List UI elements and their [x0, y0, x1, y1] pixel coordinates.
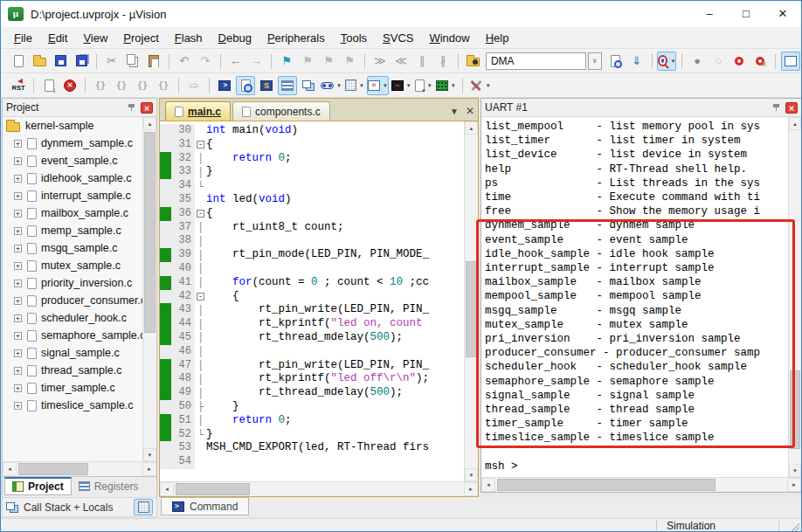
tree-item-timeslice_sample[interactable]: +timeslice_sample.c [3, 397, 156, 414]
expand-icon[interactable]: + [14, 332, 22, 340]
code-line[interactable]: 50├ } [160, 400, 464, 414]
code-line[interactable]: 49│ rt_thread_mdelay(500); [160, 386, 464, 400]
expand-icon[interactable]: + [14, 140, 22, 148]
insert-bookmark-button[interactable]: ⚑ [277, 52, 296, 71]
menu-item-file[interactable]: File [6, 29, 40, 47]
tab-registers[interactable]: Registers [72, 477, 146, 495]
expand-icon[interactable]: + [14, 175, 22, 183]
uart-vscrollbar[interactable]: ▲ ▼ [788, 117, 801, 477]
code-line[interactable]: 43│ rt_pin_write(LED_PIN, PIN_ [160, 303, 464, 317]
expand-icon[interactable]: + [14, 280, 22, 287]
clear-all-bookmarks-button[interactable]: ⚑ [340, 52, 359, 71]
run-to-cursor-button[interactable]: {} [154, 76, 173, 95]
menu-item-project[interactable]: Project [115, 29, 166, 47]
scrollbar-thumb[interactable] [466, 261, 477, 357]
insert-breakpoint-button[interactable]: ● [688, 52, 707, 71]
scroll-down-icon[interactable]: ▼ [143, 448, 156, 461]
code-line[interactable]: 36-{ [160, 207, 464, 221]
menu-item-debug[interactable]: Debug [211, 29, 259, 47]
code-line[interactable]: 53MSH_CMD_EXPORT(led, RT-Thread firs [160, 441, 464, 455]
code-line[interactable]: 51│ return 0; [160, 414, 464, 428]
memory-window-button[interactable] [134, 499, 153, 515]
scrollbar-thumb[interactable] [790, 370, 800, 449]
combo-dropdown-icon[interactable]: ∨ [588, 52, 602, 70]
cut-button[interactable]: ✂ [102, 52, 121, 71]
run-button[interactable]: ⇨ [184, 76, 204, 95]
tab-project[interactable]: Project [4, 477, 72, 495]
fold-gutter[interactable]: - [195, 138, 206, 152]
outdent-button[interactable]: ≪ [391, 52, 411, 71]
logic-analyzer-button[interactable]: ~▼ [391, 76, 412, 95]
close-button[interactable]: ✕ [764, 1, 801, 27]
find-in-files-button[interactable] [464, 52, 483, 71]
tree-item-idlehook_sample[interactable]: +idlehook_sample.c [3, 169, 156, 187]
expand-icon[interactable]: + [14, 402, 22, 410]
menu-item-window[interactable]: Window [421, 29, 477, 47]
scrollbar-thumb[interactable] [18, 463, 88, 475]
tree-item-signal_sample[interactable]: +signal_sample.c [3, 344, 156, 362]
scroll-up-icon[interactable]: ▲ [465, 121, 478, 135]
expand-icon[interactable]: + [14, 157, 22, 165]
scroll-left-icon[interactable]: ◄ [481, 478, 495, 492]
code-line[interactable]: 54 [160, 455, 464, 469]
scrollbar-thumb[interactable] [144, 132, 156, 333]
tree-item-timer_sample[interactable]: +timer_sample.c [3, 379, 156, 397]
code-line[interactable]: 34└ [160, 179, 464, 193]
code-line[interactable]: 44│ rt_kprintf("led on, count [160, 317, 464, 331]
save-all-button[interactable] [72, 52, 91, 71]
code-line[interactable]: 40│ [160, 262, 464, 276]
expand-icon[interactable]: + [14, 245, 22, 252]
show-next-statement-button[interactable] [39, 76, 59, 95]
code-line[interactable]: 32│ return 0; [160, 152, 464, 166]
run-to-cursor-line-button[interactable]: ▼ [657, 52, 676, 71]
goto-next-bookmark-button[interactable]: ⚑ [298, 52, 317, 71]
tree-item-priority_inversion[interactable]: +priority_inversion.c [3, 274, 156, 292]
callstack-label[interactable]: Call Stack + Locals [24, 501, 128, 514]
step-into-button[interactable]: {} [91, 76, 110, 95]
scrollbar-thumb[interactable] [176, 483, 250, 495]
expand-icon[interactable]: + [14, 262, 22, 270]
tree-item-event_sample[interactable]: +event_sample.c [3, 152, 156, 169]
scroll-down-icon[interactable]: ▼ [465, 468, 478, 481]
resize-grip-icon[interactable] [790, 522, 799, 531]
toolbox-button[interactable]: ▼ [435, 76, 457, 95]
scroll-right-icon[interactable]: ► [787, 478, 801, 492]
close-panel-icon[interactable]: ✕ [785, 102, 798, 114]
editor-hscrollbar[interactable]: ◄ ► [160, 481, 478, 496]
tree-item-semaphore_sample[interactable]: +semaphore_sample.c [3, 327, 156, 344]
step-over-button[interactable]: {} [112, 76, 131, 95]
expand-icon[interactable]: + [14, 384, 22, 392]
expand-icon[interactable]: + [14, 192, 22, 200]
tree-item-kernel-sample[interactable]: kernel-sample [3, 117, 156, 135]
expand-icon[interactable]: + [14, 367, 22, 375]
expand-icon[interactable]: + [14, 349, 22, 357]
fold-collapse-icon[interactable]: - [197, 210, 204, 218]
code-line[interactable]: 38│ [160, 234, 464, 248]
quick-find-combo[interactable]: DMA [486, 52, 586, 70]
code-line[interactable]: 42- { [160, 290, 464, 304]
scroll-up-icon[interactable]: ▲ [143, 117, 156, 130]
project-window-button[interactable] [781, 52, 800, 71]
expand-icon[interactable]: + [14, 227, 22, 235]
incremental-find-button[interactable]: ⇓ [627, 52, 646, 71]
tree-item-mailbox_sample[interactable]: +mailbox_sample.c [3, 204, 156, 222]
menu-item-peripherals[interactable]: Peripherals [259, 29, 333, 47]
expand-icon[interactable]: + [14, 297, 22, 305]
minimize-button[interactable]: – [691, 1, 728, 27]
code-line[interactable]: 37│ rt_uint8_t count; [160, 221, 464, 235]
uncomment-button[interactable]: ∦ [433, 52, 453, 71]
editor-vscrollbar[interactable]: ▲ ▼ [464, 121, 478, 481]
disable-all-breakpoints-button[interactable] [729, 52, 749, 71]
code-editor[interactable]: 30int main(void)31-{32│ return 0;33│}34└… [160, 121, 478, 481]
editor-tab-main.c[interactable]: main.c [165, 101, 231, 121]
tree-item-interrupt_sample[interactable]: +interrupt_sample.c [3, 187, 156, 204]
expand-icon[interactable]: + [14, 210, 22, 218]
uart-hscrollbar[interactable]: ◄ ► [481, 477, 801, 492]
expand-icon[interactable]: + [14, 314, 22, 322]
code-line[interactable]: 35int led(void) [160, 193, 464, 207]
scroll-down-icon[interactable]: ▼ [789, 464, 801, 477]
menu-item-help[interactable]: Help [478, 29, 517, 47]
tree-item-producer_consumer[interactable]: +producer_consumer.c [3, 292, 156, 309]
tree-item-memp_sample[interactable]: +memp_sample.c [3, 222, 156, 239]
disassembly-window-button[interactable] [236, 76, 255, 95]
